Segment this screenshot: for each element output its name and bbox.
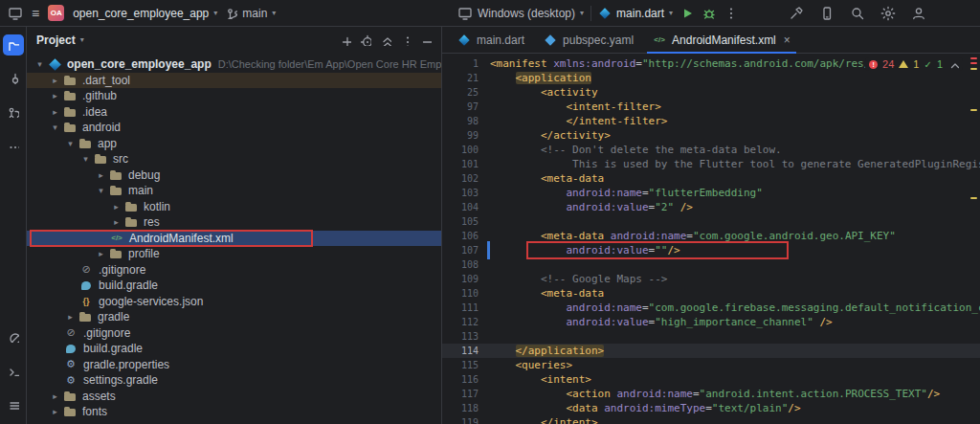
add-icon[interactable] <box>340 34 351 46</box>
more-actions-icon[interactable] <box>724 6 739 21</box>
tree-item-settings-gradle[interactable]: ⚙settings.gradle <box>27 372 441 389</box>
line-number[interactable]: 1 <box>442 56 490 71</box>
hide-panel-icon[interactable] <box>420 34 432 46</box>
tree-item--github[interactable]: ▸.github <box>27 88 441 104</box>
chevron-collapsed-icon[interactable]: ▸ <box>94 249 108 258</box>
chevron-expanded-icon[interactable]: ▾ <box>78 154 93 164</box>
tree-item-assets[interactable]: ▸assets <box>27 389 441 405</box>
run-button[interactable] <box>679 6 695 21</box>
line-number[interactable]: 99 <box>442 128 490 143</box>
pull-requests-tool-icon[interactable] <box>3 101 24 123</box>
line-number[interactable]: 21 <box>442 71 490 85</box>
collapse-all-icon[interactable] <box>380 34 391 46</box>
sdk-manager-icon[interactable] <box>789 6 804 21</box>
code-line-107[interactable]: 107 android:value=""/> <box>442 243 980 257</box>
tree-item-debug[interactable]: ▸debug <box>27 167 441 184</box>
vcs-branch-widget[interactable]: main ▾ <box>226 7 276 20</box>
tree-item--gitignore[interactable]: ⊘.gitignore <box>27 262 441 279</box>
project-panel-title[interactable]: Project <box>36 33 76 47</box>
line-number[interactable]: 98 <box>442 114 490 128</box>
tree-item-google-services-json[interactable]: {}google-services.json <box>27 294 441 310</box>
debug-button[interactable] <box>702 6 717 21</box>
tree-item-build-gradle[interactable]: build.gradle <box>27 341 441 357</box>
code-line-110[interactable]: 110 <meta-data <box>442 286 980 301</box>
code-line-100[interactable]: 100 <!-- Don't delete the meta-data belo… <box>442 143 980 157</box>
chevron-collapsed-icon[interactable]: ▸ <box>48 407 62 416</box>
tree-item-profile[interactable]: ▸profile <box>27 246 441 262</box>
line-number[interactable]: 25 <box>442 85 490 100</box>
chevron-expanded-icon[interactable]: ▾ <box>33 59 47 69</box>
chevron-expanded-icon[interactable]: ▾ <box>48 123 62 132</box>
chevron-up-icon[interactable] <box>947 58 959 70</box>
more-options-icon[interactable] <box>400 34 412 46</box>
line-number[interactable]: 101 <box>442 157 490 171</box>
chevron-collapsed-icon[interactable]: ▸ <box>94 170 108 180</box>
line-number[interactable]: 106 <box>442 229 490 243</box>
line-number[interactable]: 107 <box>442 243 490 257</box>
commit-tool-icon[interactable] <box>3 68 24 89</box>
project-switcher[interactable]: open_core_employee_app ▾ <box>73 7 217 20</box>
tree-item-app[interactable]: ▾app <box>27 136 441 152</box>
code-line-105[interactable]: 105 <box>442 214 980 229</box>
chevron-expanded-icon[interactable]: ▾ <box>94 186 108 195</box>
line-number[interactable]: 118 <box>442 401 490 415</box>
tab-AndroidManifest.xml[interactable]: </>AndroidManifest.xml× <box>643 27 800 53</box>
code-line-112[interactable]: 112 android:value="high_importance_chann… <box>442 315 980 329</box>
error-stripe[interactable] <box>968 54 980 424</box>
device-manager-icon[interactable] <box>819 6 835 21</box>
services-tool-icon[interactable] <box>3 393 24 414</box>
main-menu-icon[interactable]: ≡ <box>32 6 39 21</box>
code-line-97[interactable]: 97 <intent-filter> <box>442 100 980 114</box>
code-line-115[interactable]: 115 <queries> <box>442 358 980 372</box>
chevron-collapsed-icon[interactable]: ▸ <box>48 391 62 401</box>
inspections-widget[interactable]: ! 24 1 ✓ 1 <box>865 57 963 71</box>
line-number[interactable]: 105 <box>442 214 490 229</box>
warning-stripe-mark[interactable] <box>970 109 977 111</box>
code-line-108[interactable]: 108 <box>442 257 980 272</box>
code-line-117[interactable]: 117 <action android:name="android.intent… <box>442 387 980 401</box>
chevron-collapsed-icon[interactable]: ▸ <box>48 76 62 85</box>
line-number[interactable]: 115 <box>442 358 490 372</box>
tree-item-android[interactable]: ▾android <box>27 120 441 136</box>
more-tools-icon[interactable] <box>3 135 24 156</box>
chevron-collapsed-icon[interactable]: ▸ <box>48 107 62 117</box>
settings-gear-icon[interactable] <box>880 6 896 21</box>
terminal-tool-icon[interactable] <box>3 360 24 381</box>
tree-item-fonts[interactable]: ▸fonts <box>27 404 441 420</box>
code-line-109[interactable]: 109 <!-- Google Maps --> <box>442 272 980 286</box>
code-line-111[interactable]: 111 android:name="com.google.firebase.me… <box>442 301 980 315</box>
line-number[interactable]: 110 <box>442 286 490 301</box>
line-number[interactable]: 114 <box>442 344 490 358</box>
warning-stripe-mark[interactable] <box>970 68 977 70</box>
line-number[interactable]: 112 <box>442 315 490 329</box>
code-line-106[interactable]: 106 <meta-data android:name="com.google.… <box>442 229 980 243</box>
line-number[interactable]: 117 <box>442 387 490 401</box>
tree-item-gradle-properties[interactable]: ⚙gradle.properties <box>27 357 441 373</box>
code-line-99[interactable]: 99 </activity> <box>442 128 980 143</box>
line-number[interactable]: 116 <box>442 372 490 387</box>
line-number[interactable]: 104 <box>442 200 490 214</box>
code-line-113[interactable]: 113 <box>442 329 980 344</box>
device-selector[interactable]: Windows (desktop) ▾ <box>457 6 584 21</box>
code-line-98[interactable]: 98 </intent-filter> <box>442 114 980 128</box>
chevron-collapsed-icon[interactable]: ▸ <box>48 91 62 100</box>
code-line-21[interactable]: 21 <application <box>442 71 980 85</box>
tab-pubspec.yaml[interactable]: pubspec.yaml <box>534 27 643 53</box>
code-line-104[interactable]: 104 android:value="2" /> <box>442 200 980 214</box>
profile-icon[interactable] <box>911 6 926 21</box>
project-tool-icon[interactable] <box>3 34 24 56</box>
code-line-114[interactable]: 114 </application> <box>442 344 980 358</box>
tab-main.dart[interactable]: main.dart <box>448 27 534 53</box>
search-icon[interactable] <box>850 6 865 21</box>
tree-item--idea[interactable]: ▸.idea <box>27 104 441 121</box>
tree-item-res[interactable]: ▸res <box>27 214 441 231</box>
editor-code-area[interactable]: 1<manifest xmlns:android="http://schemas… <box>442 54 980 424</box>
chevron-collapsed-icon[interactable]: ▸ <box>109 202 123 212</box>
locate-file-icon[interactable] <box>360 34 371 46</box>
warning-stripe-mark[interactable] <box>970 197 977 199</box>
line-number[interactable]: 111 <box>442 301 490 315</box>
error-stripe-mark[interactable] <box>970 62 977 64</box>
tree-item-main[interactable]: ▾main <box>27 183 441 199</box>
code-line-118[interactable]: 118 <data android:mimeType="text/plain"/… <box>442 401 980 415</box>
chevron-collapsed-icon[interactable]: ▸ <box>109 217 123 227</box>
